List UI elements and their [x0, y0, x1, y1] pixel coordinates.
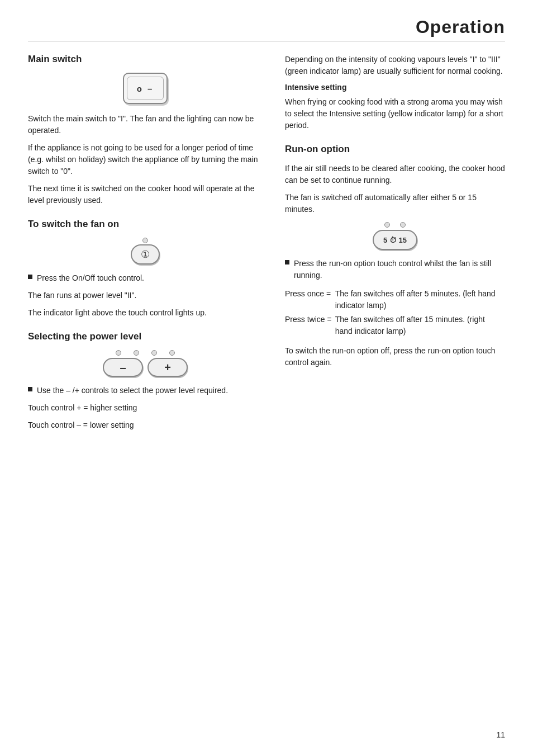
fan-on-para1: The fan runs at power level "II". [28, 290, 263, 301]
bullet-icon [285, 260, 289, 264]
header-divider [28, 41, 505, 41]
bullet-icon [28, 387, 32, 391]
press-once-row: Press once = The fan switches off after … [285, 287, 505, 313]
touch-plus-eq: = higher setting [81, 403, 137, 412]
right-column: Depending on the intensity of cooking va… [285, 54, 505, 443]
main-switch-section: Main switch o – Switch the main switch t… [28, 54, 263, 206]
run-on-title: Run-on option [285, 144, 505, 155]
power-dot-4 [169, 350, 175, 356]
intensive-setting-title: Intensive setting [285, 83, 505, 92]
power-level-para2: Touch control – = lower setting [28, 419, 263, 431]
touch-minus-label: Touch control – [28, 420, 81, 429]
press-options-table: Press once = The fan switches off after … [285, 287, 505, 338]
fan-on-para2: The indicator light above the touch cont… [28, 307, 263, 319]
runon-dot-2 [400, 222, 406, 228]
content-area: Main switch o – Switch the main switch t… [28, 54, 505, 443]
fan-on-title: To switch the fan on [28, 219, 263, 230]
press-twice-text: The fan switches off after 15 minutes. (… [335, 313, 505, 338]
header: Operation [28, 17, 505, 37]
run-on-bullets: Press the run-on option touch control wh… [285, 258, 505, 281]
switch-label: o – [137, 84, 154, 93]
power-level-illustration: – + [28, 350, 263, 377]
switch-box: o – [123, 73, 168, 104]
run-on-bullet1: Press the run-on option touch control wh… [285, 258, 505, 281]
power-level-title: Selecting the power level [28, 331, 263, 342]
power-minus-button: – [103, 358, 143, 377]
power-dot-3 [151, 350, 157, 356]
power-level-para1: Touch control + = higher setting [28, 402, 263, 414]
run-on-section: Run-on option If the air still needs to … [285, 144, 505, 368]
fan-on-section: To switch the fan on ① Press the On/Off … [28, 219, 263, 319]
power-dot-2 [134, 350, 139, 356]
power-plus-button: + [147, 358, 188, 377]
press-once-text: The fan switches off after 5 minutes. (l… [335, 287, 505, 313]
intensive-setting-section: Intensive setting When frying or cooking… [285, 83, 505, 131]
runon-dots [384, 222, 406, 228]
onoff-button-icon: ① [131, 244, 160, 264]
run-on-para1: If the air still needs to be cleared aft… [285, 163, 505, 186]
main-switch-title: Main switch [28, 54, 263, 65]
page: Operation Main switch o – Switch the mai… [0, 0, 533, 756]
power-buttons: – + [103, 358, 188, 377]
touch-minus-eq: = lower setting [81, 420, 134, 429]
run-on-footer: To switch the run-on option off, press t… [285, 345, 505, 368]
onoff-illustration: ① [28, 238, 263, 264]
power-level-bullet1: Use the – /+ controls to select the powe… [28, 385, 263, 396]
page-number: 11 [496, 730, 505, 739]
onoff-indicator-dot [142, 238, 148, 243]
power-dots [116, 350, 175, 356]
run-on-button-icon: 5 ⏱ 15 [373, 230, 417, 250]
main-switch-para2: If the appliance is not going to be used… [28, 142, 263, 177]
intensive-setting-para: When frying or cooking food with a stron… [285, 96, 505, 131]
press-twice-label: Press twice = [285, 313, 335, 338]
bullet-icon [28, 275, 32, 279]
main-switch-illustration: o – [28, 73, 263, 104]
main-switch-para3: The next time it is switched on the cook… [28, 183, 263, 206]
right-intro-para1: Depending on the intensity of cooking va… [285, 54, 505, 77]
fan-on-bullet1: Press the On/Off touch control. [28, 272, 263, 284]
page-title: Operation [416, 17, 505, 37]
fan-on-bullets: Press the On/Off touch control. [28, 272, 263, 284]
press-once-label: Press once = [285, 287, 335, 313]
power-level-bullets: Use the – /+ controls to select the powe… [28, 385, 263, 396]
power-level-section: Selecting the power level – + [28, 331, 263, 431]
power-dot-1 [116, 350, 121, 356]
main-switch-para1: Switch the main switch to "I". The fan a… [28, 113, 263, 136]
run-on-illustration: 5 ⏱ 15 [285, 222, 505, 250]
touch-plus-label: Touch control + [28, 403, 81, 412]
left-column: Main switch o – Switch the main switch t… [28, 54, 263, 443]
press-twice-row: Press twice = The fan switches off after… [285, 313, 505, 338]
runon-dot-1 [384, 222, 390, 228]
run-on-para2: The fan is switched off automatically af… [285, 192, 505, 215]
